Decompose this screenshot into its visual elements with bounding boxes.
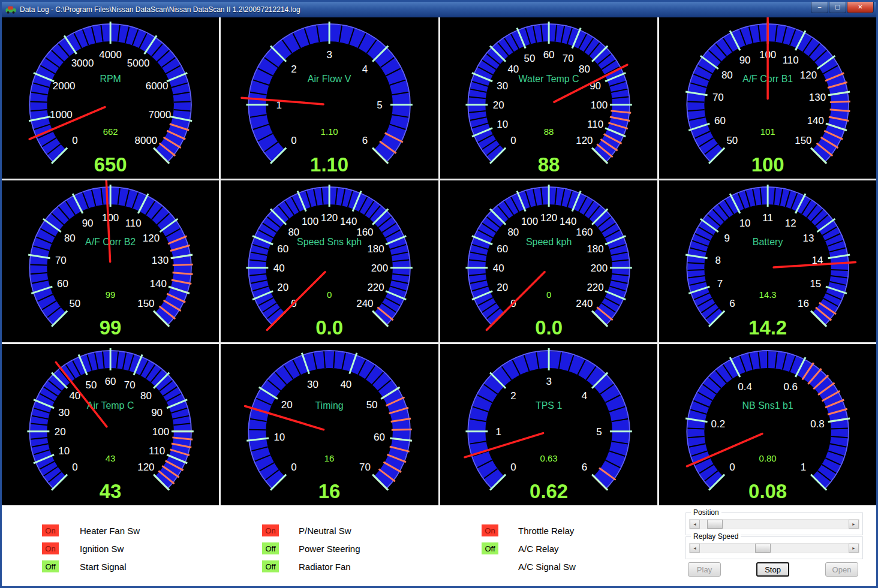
gauge-scale-label: 2 — [291, 64, 296, 75]
gauge-scale-label: 0 — [729, 462, 735, 473]
gauge-scale-label: 6 — [729, 298, 735, 309]
gauge-scale-label: 100 — [590, 99, 607, 111]
gauge-scale-label: 11 — [762, 212, 773, 224]
replay-speed-scrollbar[interactable]: ◄ ► — [689, 543, 859, 553]
gauge-title: Air Flow V — [308, 74, 351, 84]
replay-speed-scrollbar-track[interactable] — [700, 544, 849, 553]
scroll-left-icon[interactable]: ◄ — [690, 544, 700, 553]
gauge-scale-label: 70 — [55, 255, 67, 266]
gauge-scale-label: 50 — [86, 379, 97, 391]
gauge-tps-1: 0123456TPS 10.630.62 — [440, 344, 657, 505]
gauge-scale-label: 70 — [712, 92, 724, 103]
gauge-dial: 020406080100120140160180200220240Speed S… — [221, 180, 438, 342]
gauge-scale-label: 20 — [281, 399, 293, 411]
gauge-scale-label: 110 — [125, 218, 142, 229]
gauge-grid: 010002000300040005000600070008000RPM6626… — [2, 17, 876, 505]
gauge-scale-label: 220 — [368, 282, 384, 293]
gauge-value: 1.10 — [310, 153, 348, 176]
minimize-button[interactable]: – — [811, 2, 828, 13]
titlebar[interactable]: Data Log - C:\Program Files\Nissan DataS… — [2, 2, 876, 17]
gauge-small-value: 43 — [106, 453, 116, 463]
gauge-scale-label: 6 — [362, 135, 368, 146]
gauge-scale-label: 40 — [341, 378, 352, 390]
gauge-scale-label: 40 — [492, 263, 504, 274]
gauge-scale-label: 100 — [302, 216, 318, 228]
gauge-small-value: 0.63 — [540, 453, 557, 463]
stop-button[interactable]: Stop — [756, 562, 789, 577]
gauge-water-temp-c: 0102030405060708090100110120Water Temp C… — [440, 17, 657, 179]
gauge-scale-label: 40 — [507, 64, 519, 75]
status-indicator-radiator-fan: Off — [262, 560, 279, 572]
gauge-small-value: 16 — [324, 453, 335, 463]
gauge-value: 99 — [100, 317, 122, 339]
gauge-timing: 010203040506070Timing1616 — [221, 344, 438, 505]
gauge-scale-label: 30 — [307, 378, 318, 390]
status-label-p-neutral-sw: P/Neutral Sw — [299, 526, 351, 536]
gauge-value: 88 — [537, 153, 560, 176]
open-button[interactable]: Open — [825, 562, 858, 577]
gauge-dial: 5060708090100110120130140150A/F Corr B11… — [659, 17, 876, 179]
position-scrollbar-track[interactable] — [700, 520, 849, 529]
gauge-scale-label: 110 — [587, 119, 603, 130]
gauge-value: 0.0 — [535, 317, 563, 339]
gauge-scale-label: 100 — [521, 216, 537, 228]
gauge-title: Timing — [315, 400, 344, 411]
status-label-throttle-relay: Throttle Relay — [518, 526, 574, 536]
gauge-nb-sns1-b1: 00.20.40.60.81NB Sns1 b10.800.08 — [659, 344, 876, 505]
gauge-value: 14.2 — [748, 317, 787, 339]
gauge-scale-label: 90 — [82, 218, 94, 229]
gauge-small-value: 0.80 — [759, 453, 776, 463]
gauge-scale-label: 120 — [143, 233, 160, 245]
gauge-band — [258, 360, 402, 482]
scroll-right-icon[interactable]: ► — [849, 520, 859, 529]
gauge-scale-label: 70 — [359, 462, 371, 473]
scroll-right-icon[interactable]: ► — [849, 544, 859, 553]
play-button[interactable]: Play — [688, 562, 721, 577]
gauge-small-value: 0 — [327, 290, 332, 300]
gauge-air-temp-c: 0102030405060708090100110120Air Temp C43… — [2, 344, 219, 505]
gauge-title: RPM — [100, 74, 121, 84]
gauge-title: Speed Sns kph — [297, 237, 362, 247]
gauge-scale-label: 16 — [798, 298, 809, 309]
gauge-scale-label: 3 — [546, 376, 551, 387]
status-label-a-c-relay: A/C Relay — [518, 544, 559, 554]
gauge-scale-label: 10 — [58, 445, 70, 457]
gauge-scale-label: 120 — [321, 212, 338, 224]
close-button[interactable]: ✕ — [847, 2, 874, 13]
gauge-dial: 010203040506070Timing1616 — [221, 344, 438, 505]
status-indicator-p-neutral-sw: On — [262, 524, 279, 536]
gauge-value: 0.0 — [315, 317, 343, 339]
scroll-left-icon[interactable]: ◄ — [690, 520, 700, 529]
gauge-scale-label: 5 — [596, 426, 602, 438]
gauge-title: Speed kph — [525, 237, 571, 247]
app-icon — [5, 5, 16, 14]
gauge-scale-label: 4000 — [99, 49, 122, 61]
status-indicator-a-c-relay: Off — [482, 542, 498, 554]
gauge-scale-label: 1 — [800, 462, 805, 473]
gauge-scale-label: 50 — [366, 399, 378, 411]
gauge-scale-label: 120 — [576, 135, 593, 146]
status-label-start-signal: Start Signal — [80, 562, 127, 572]
gauge-scale-label: 13 — [802, 233, 814, 245]
gauge-value: 100 — [751, 153, 784, 176]
gauge-scale-label: 20 — [497, 282, 508, 293]
gauge-value: 0.62 — [530, 480, 568, 502]
status-label-a-c-signal-sw: A/C Signal Sw — [518, 562, 576, 572]
replay-speed-scrollbar-thumb[interactable] — [755, 544, 771, 553]
gauge-scale-label: 7000 — [148, 109, 171, 120]
gauge-scale-label: 0 — [72, 462, 77, 473]
gauge-scale-label: 30 — [58, 406, 70, 418]
position-scrollbar-thumb[interactable] — [707, 520, 723, 529]
gauge-scale-label: 1000 — [50, 109, 73, 120]
gauge-scale-label: 140 — [807, 115, 823, 126]
gauge-dial: 0123456TPS 10.630.62 — [440, 344, 657, 505]
gauge-scale-label: 6000 — [146, 80, 169, 92]
window-title: Data Log - C:\Program Files\Nissan DataS… — [20, 5, 873, 14]
gauge-scale-label: 200 — [371, 263, 388, 274]
gauge-scale-label: 80 — [507, 227, 519, 239]
position-scrollbar[interactable]: ◄ ► — [689, 519, 859, 529]
gauge-scale-label: 140 — [340, 216, 357, 228]
status-indicator-throttle-relay: On — [482, 524, 498, 536]
maximize-button[interactable]: ▢ — [829, 2, 846, 13]
gauge-scale-label: 4 — [362, 64, 368, 75]
